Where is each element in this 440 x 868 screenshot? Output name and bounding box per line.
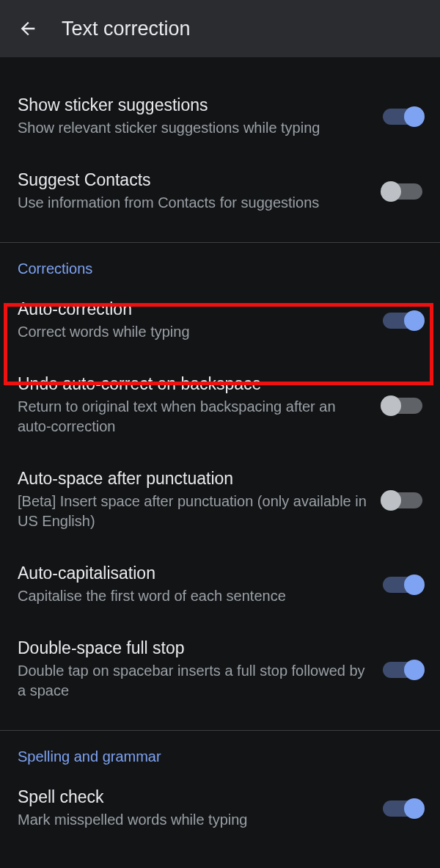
back-button[interactable]	[13, 14, 43, 43]
setting-subtitle: [Beta] Insert space after punctuation (o…	[18, 492, 368, 531]
toggle-knob	[404, 575, 425, 595]
page-title: Text correction	[62, 18, 191, 40]
toggle-suggest-contacts[interactable]	[383, 183, 422, 200]
app-header: Text correction	[0, 0, 440, 57]
arrow-left-icon	[18, 18, 38, 39]
setting-text: Auto-correction Correct words while typi…	[18, 299, 383, 342]
toggle-spell-check[interactable]	[383, 800, 422, 817]
setting-undo-auto-correct[interactable]: Undo auto-correct on backspace Return to…	[0, 355, 440, 450]
toggle-knob	[404, 310, 425, 331]
section-header-spelling-grammar: Spelling and grammar	[0, 731, 440, 774]
toggle-sticker-suggestions[interactable]	[383, 109, 422, 125]
toggle-auto-capitalisation[interactable]	[383, 577, 422, 593]
toggle-knob	[381, 181, 401, 202]
setting-title: Double-space full stop	[18, 638, 368, 658]
setting-text: Suggest Contacts Use information from Co…	[18, 170, 383, 213]
setting-title: Spell check	[18, 787, 368, 807]
setting-subtitle: Correct words while typing	[18, 322, 368, 342]
setting-title: Undo auto-correct on backspace	[18, 374, 368, 394]
toggle-knob	[381, 395, 401, 416]
setting-auto-space[interactable]: Auto-space after punctuation [Beta] Inse…	[0, 450, 440, 544]
toggle-double-space[interactable]	[383, 662, 422, 678]
toggle-knob	[381, 490, 401, 511]
setting-auto-correction[interactable]: Auto-correction Correct words while typi…	[0, 286, 440, 355]
setting-subtitle: Show relevant sticker suggestions while …	[18, 118, 368, 138]
setting-title: Show sticker suggestions	[18, 95, 368, 115]
section-header-corrections: Corrections	[0, 243, 440, 286]
setting-subtitle: Double tap on spacebar inserts a full st…	[18, 661, 368, 701]
setting-title: Suggest Contacts	[18, 170, 368, 190]
toggle-auto-correction[interactable]	[383, 313, 422, 329]
setting-text: Spell check Mark misspelled words while …	[18, 787, 383, 830]
toggle-knob	[404, 106, 425, 127]
setting-title: Auto-correction	[18, 299, 368, 319]
setting-double-space[interactable]: Double-space full stop Double tap on spa…	[0, 619, 440, 720]
setting-title: Auto-capitalisation	[18, 564, 368, 583]
setting-text: Auto-capitalisation Capitalise the first…	[18, 564, 383, 606]
setting-text: Double-space full stop Double tap on spa…	[18, 638, 383, 701]
toggle-knob	[404, 798, 425, 819]
setting-subtitle: Return to original text when backspacing…	[18, 397, 368, 437]
toggle-knob	[404, 660, 425, 680]
setting-subtitle: Mark misspelled words while typing	[18, 810, 368, 830]
setting-sticker-suggestions[interactable]: Show sticker suggestions Show relevant s…	[0, 82, 440, 151]
setting-text: Undo auto-correct on backspace Return to…	[18, 374, 383, 437]
setting-text: Show sticker suggestions Show relevant s…	[18, 95, 383, 138]
setting-subtitle: Capitalise the first word of each senten…	[18, 586, 368, 606]
setting-subtitle: Use information from Contacts for sugges…	[18, 193, 368, 213]
setting-suggest-contacts[interactable]: Suggest Contacts Use information from Co…	[0, 151, 440, 232]
setting-text: Auto-space after punctuation [Beta] Inse…	[18, 469, 383, 531]
setting-spell-check[interactable]: Spell check Mark misspelled words while …	[0, 774, 440, 843]
setting-title: Auto-space after punctuation	[18, 469, 368, 489]
setting-auto-capitalisation[interactable]: Auto-capitalisation Capitalise the first…	[0, 544, 440, 619]
toggle-undo-auto-correct[interactable]	[383, 398, 422, 414]
settings-content: Show sticker suggestions Show relevant s…	[0, 57, 440, 843]
toggle-auto-space[interactable]	[383, 492, 422, 508]
